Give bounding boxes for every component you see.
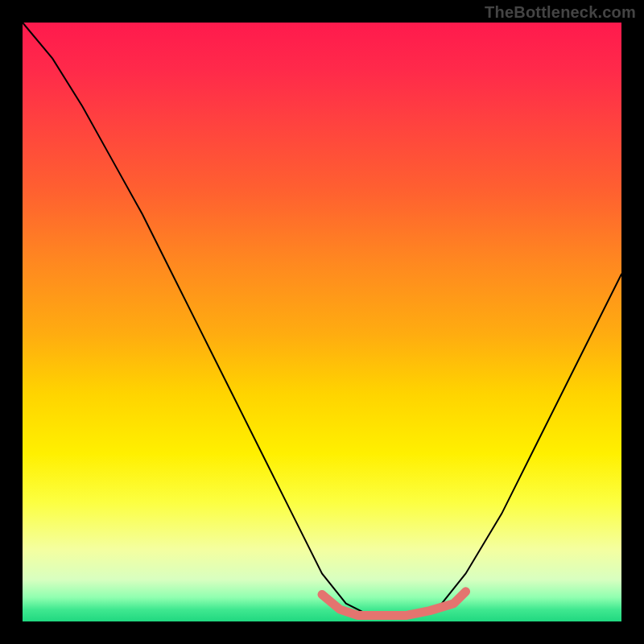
bottleneck-curve <box>23 23 621 616</box>
plot-area <box>23 23 621 621</box>
curve-svg <box>23 23 621 621</box>
chart-container: TheBottleneck.com <box>0 0 644 644</box>
watermark-text: TheBottleneck.com <box>485 3 636 22</box>
optimal-zone-marker <box>322 592 466 616</box>
